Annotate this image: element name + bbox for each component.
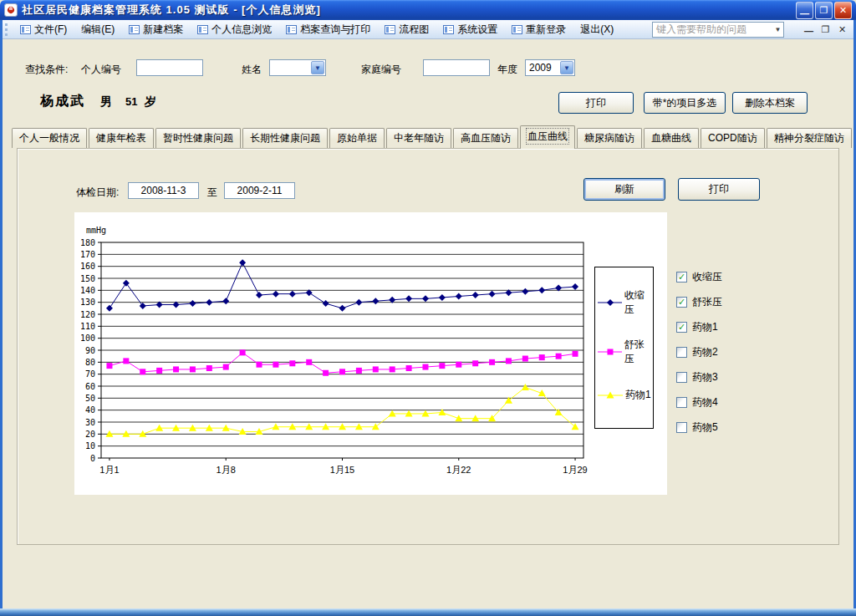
menu-new-record[interactable]: 新建档案 xyxy=(127,22,185,38)
menu-query-print[interactable]: 档案查询与打印 xyxy=(284,22,372,38)
restore-icon[interactable]: ❐ xyxy=(815,2,833,19)
tab-bp-curve[interactable]: 血压曲线 xyxy=(520,125,575,149)
taskbar-strip[interactable] xyxy=(0,608,856,616)
svg-text:40: 40 xyxy=(85,405,95,415)
search-prefix-label: 查找条件: xyxy=(25,63,68,77)
help-search-input[interactable]: 键入需要帮助的问题 ▼ xyxy=(652,22,784,38)
chevron-down-icon[interactable]: ▼ xyxy=(560,61,573,74)
chevron-down-icon[interactable]: ▼ xyxy=(311,61,324,74)
delete-record-button[interactable]: 删除本档案 xyxy=(732,92,808,114)
date-to-input[interactable] xyxy=(224,182,295,199)
patient-age: 51 xyxy=(125,95,137,108)
tab-schizophrenia-followup[interactable]: 精神分裂症随访 xyxy=(767,128,852,148)
menu-edit[interactable]: 编辑(E) xyxy=(79,22,116,38)
window-title: 社区居民健康档案管理系统 1.05 测试版 - [个人信息浏览] xyxy=(22,3,321,18)
name-combobox[interactable]: ▼ xyxy=(269,59,326,76)
series-checkbox-list: ✓ 收缩压 ✓ 舒张压 ✓ 药物1 药物2 药物3 药物4 xyxy=(676,270,722,435)
toolbar-grip-icon[interactable] xyxy=(5,23,8,36)
chart-print-button[interactable]: 打印 xyxy=(678,178,760,201)
menu-flowchart[interactable]: 流程图 xyxy=(383,22,431,38)
svg-text:1月22: 1月22 xyxy=(446,465,471,475)
svg-text:100: 100 xyxy=(80,333,95,343)
checkbox[interactable] xyxy=(676,397,687,408)
svg-text:1月29: 1月29 xyxy=(563,465,587,475)
checkbox[interactable]: ✓ xyxy=(676,322,687,333)
date-from-input[interactable] xyxy=(128,182,199,199)
menu-exit[interactable]: 退出(X) xyxy=(578,22,615,38)
checkbox[interactable]: ✓ xyxy=(676,272,687,283)
checkbox[interactable]: ✓ xyxy=(676,297,687,308)
tab-glucose-curve[interactable]: 血糖曲线 xyxy=(644,128,699,148)
checkbox-row-drug3[interactable]: 药物3 xyxy=(676,370,722,384)
systolic-marker-icon xyxy=(598,298,622,307)
checkbox-row-drug1[interactable]: ✓ 药物1 xyxy=(676,320,722,334)
svg-text:160: 160 xyxy=(80,262,95,271)
tab-personal-general[interactable]: 个人一般情况 xyxy=(12,128,87,148)
svg-text:70: 70 xyxy=(85,369,95,379)
menu-system-settings[interactable]: 系统设置 xyxy=(441,22,499,38)
svg-text:170: 170 xyxy=(80,250,95,259)
checkbox[interactable] xyxy=(676,347,687,358)
patient-name: 杨成武 xyxy=(40,93,85,110)
form-icon xyxy=(385,25,395,34)
legend-entry-systolic: 收缩压 xyxy=(595,288,653,317)
form-icon xyxy=(286,25,297,34)
year-combobox[interactable]: 2009 ▼ xyxy=(525,59,575,76)
refresh-button[interactable]: 刷新 xyxy=(583,178,665,201)
minimize-icon[interactable]: — xyxy=(796,2,813,19)
bp-curve-panel: 体检日期: 至 刷新 打印 01020304050607080901001101… xyxy=(17,148,839,545)
chart-legend: 收缩压 舒张压 药物1 xyxy=(594,267,654,429)
drug1-marker-icon xyxy=(598,391,623,400)
checkbox[interactable] xyxy=(676,372,687,383)
svg-text:110: 110 xyxy=(80,322,95,331)
form-icon xyxy=(443,25,454,34)
svg-text:130: 130 xyxy=(80,298,95,307)
tab-longterm-issues[interactable]: 长期性健康问题 xyxy=(242,128,328,148)
checkbox-row-diastolic[interactable]: ✓ 舒张压 xyxy=(676,295,722,309)
mdi-restore-icon[interactable]: ❐ xyxy=(818,23,833,37)
menu-personal-info[interactable]: 个人信息浏览 xyxy=(196,22,273,38)
svg-text:10: 10 xyxy=(85,441,95,451)
patient-sex: 男 xyxy=(100,94,112,109)
checkbox-row-drug5[interactable]: 药物5 xyxy=(676,420,722,435)
print-button[interactable]: 打印 xyxy=(558,92,634,114)
legend-entry-diastolic: 舒张压 xyxy=(595,338,653,366)
diastolic-marker-icon xyxy=(598,348,622,356)
chevron-down-icon[interactable]: ▼ xyxy=(772,26,783,33)
checkbox-row-drug4[interactable]: 药物4 xyxy=(676,395,722,410)
patient-info: 杨成武 男 51 岁 xyxy=(40,93,155,110)
tab-temporary-issues[interactable]: 暂时性健康问题 xyxy=(155,128,241,148)
menu-bar: 文件(F) 编辑(E) 新建档案 个人信息浏览 档案查询与打印 流程图 系统设置… xyxy=(0,20,856,39)
exam-date-label: 体检日期: xyxy=(76,186,119,200)
svg-text:50: 50 xyxy=(85,394,95,403)
mdi-close-icon[interactable]: ✕ xyxy=(835,23,849,37)
personal-id-input[interactable] xyxy=(136,59,203,76)
tab-hypertension-followup[interactable]: 高血压随访 xyxy=(453,128,518,148)
close-icon[interactable]: ✕ xyxy=(834,2,852,19)
checkbox-row-drug2[interactable]: 药物2 xyxy=(676,345,722,359)
multi-select-button[interactable]: 带*的项目多选 xyxy=(644,92,726,114)
tab-copd-followup[interactable]: COPD随访 xyxy=(701,128,765,148)
bp-chart: 0102030405060708090100110120130140150160… xyxy=(74,212,667,495)
tab-diabetes-followup[interactable]: 糖尿病随访 xyxy=(577,128,642,148)
app-window: 社区居民健康档案管理系统 1.05 测试版 - [个人信息浏览] — ❐ ✕ 文… xyxy=(0,0,856,616)
title-bar: 社区居民健康档案管理系统 1.05 测试版 - [个人信息浏览] — ❐ ✕ xyxy=(0,0,856,20)
window-frame xyxy=(0,20,3,608)
checkbox-row-systolic[interactable]: ✓ 收缩压 xyxy=(676,270,722,284)
name-label: 姓名 xyxy=(242,63,262,77)
form-icon xyxy=(512,25,522,34)
menu-file[interactable]: 文件(F) xyxy=(18,22,69,38)
tab-annual-checkup[interactable]: 健康年检表 xyxy=(89,128,154,148)
checkbox[interactable] xyxy=(676,422,687,433)
mdi-minimize-icon[interactable]: — xyxy=(802,23,816,37)
svg-text:90: 90 xyxy=(85,346,95,355)
date-to-label: 至 xyxy=(207,186,217,200)
form-icon xyxy=(20,25,31,34)
tab-elderly-followup[interactable]: 中老年随访 xyxy=(386,128,451,148)
app-icon xyxy=(4,3,18,17)
family-id-input[interactable] xyxy=(423,59,490,76)
svg-text:180: 180 xyxy=(80,238,95,247)
menu-relogin[interactable]: 重新登录 xyxy=(510,22,568,38)
svg-text:1月15: 1月15 xyxy=(330,465,354,475)
tab-original-documents[interactable]: 原始单据 xyxy=(329,128,385,148)
